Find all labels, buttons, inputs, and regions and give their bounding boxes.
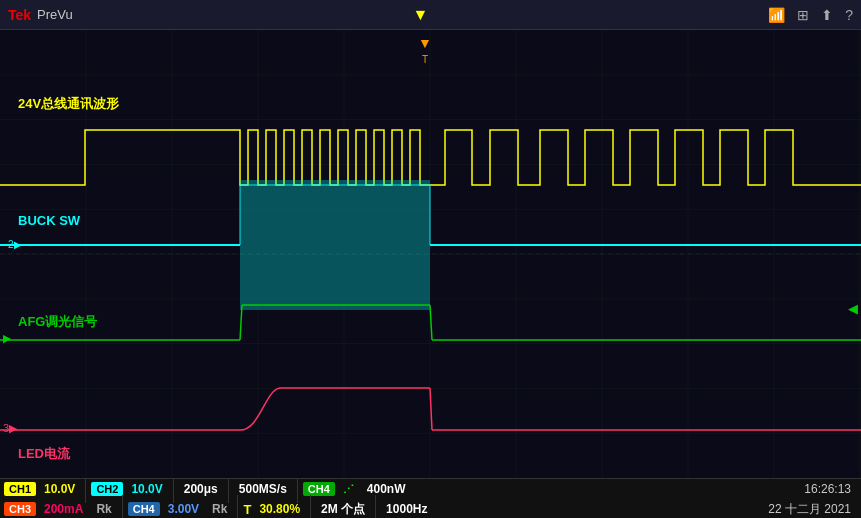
ch4-value: 400nW — [362, 480, 411, 498]
wifi-icon[interactable]: 📶 — [768, 7, 785, 23]
top-icons: 📶 ⊞ ⬆ ? — [768, 7, 853, 23]
svg-text:BUCK SW: BUCK SW — [18, 213, 81, 228]
ch4-voltage: 3.00V — [163, 500, 204, 518]
date-label: 22 十二月 2021 — [768, 501, 857, 518]
svg-text:2▶: 2▶ — [8, 239, 22, 250]
ch3-suffix: Rk — [91, 500, 116, 518]
ch4-suffix: Rk — [207, 500, 232, 518]
status-row-1: CH1 10.0V CH2 10.0V 200μs 500MS/s CH4 ⋰ … — [0, 479, 861, 499]
top-bar: Tek PreVu ▼ 📶 ⊞ ⬆ ? — [0, 0, 861, 30]
svg-text:▶: ▶ — [3, 332, 12, 344]
ch3-badge[interactable]: CH3 — [4, 502, 36, 516]
timestamp: 16:26:13 — [804, 482, 857, 496]
ch4-power: ⋰ — [338, 481, 359, 498]
timebase-value: 200μs — [179, 480, 223, 498]
ch4-badge-top[interactable]: CH4 — [303, 482, 335, 496]
svg-text:LED电流: LED电流 — [18, 446, 71, 461]
ch1-voltage: 10.0V — [39, 480, 80, 498]
tek-logo: Tek — [8, 7, 31, 23]
help-icon[interactable]: ? — [845, 7, 853, 23]
svg-rect-21 — [240, 180, 430, 310]
ch2-voltage: 10.0V — [126, 480, 167, 498]
grid-icon[interactable]: ⊞ — [797, 7, 809, 23]
prevu-label: PreVu — [37, 7, 73, 22]
waveform-display: 2▶ ▶ 3▶ ▼ T ◀ 24V总线通讯波形 BUCK SW — [0, 30, 861, 478]
ch3-current: 200mA — [39, 500, 88, 518]
sep5 — [122, 495, 123, 518]
scope-area: 2▶ ▶ 3▶ ▼ T ◀ 24V总线通讯波形 BUCK SW — [0, 30, 861, 478]
trigger-percent: 30.80% — [254, 500, 305, 518]
trigger-label: T — [243, 502, 251, 517]
svg-text:24V总线通讯波形: 24V总线通讯波形 — [18, 96, 120, 111]
svg-text:AFG调光信号: AFG调光信号 — [18, 314, 98, 329]
svg-text:▼: ▼ — [418, 35, 432, 51]
ch4-badge-bot[interactable]: CH4 — [128, 502, 160, 516]
svg-line-25 — [240, 305, 242, 340]
bandwidth: 1000Hz — [381, 500, 432, 518]
svg-text:T: T — [422, 54, 428, 65]
sample-rate: 500MS/s — [234, 480, 292, 498]
upload-icon[interactable]: ⬆ — [821, 7, 833, 23]
ch2-badge[interactable]: CH2 — [91, 482, 123, 496]
sep8 — [375, 495, 376, 518]
svg-text:3▶: 3▶ — [3, 422, 18, 434]
sep7 — [310, 495, 311, 518]
trigger-arrow-icon: ▼ — [413, 6, 429, 24]
ch1-badge[interactable]: CH1 — [4, 482, 36, 496]
sep6 — [237, 495, 238, 518]
svg-line-27 — [430, 305, 432, 340]
svg-line-31 — [430, 388, 432, 430]
trigger-indicator: ▼ — [73, 6, 768, 24]
status-row-2: CH3 200mA Rk CH4 3.00V Rk T 30.80% 2M 个点… — [0, 499, 861, 518]
status-bar: CH1 10.0V CH2 10.0V 200μs 500MS/s CH4 ⋰ … — [0, 478, 861, 518]
brand-area: Tek PreVu — [8, 7, 73, 23]
sample-points: 2M 个点 — [316, 499, 370, 519]
svg-text:◀: ◀ — [848, 301, 858, 316]
